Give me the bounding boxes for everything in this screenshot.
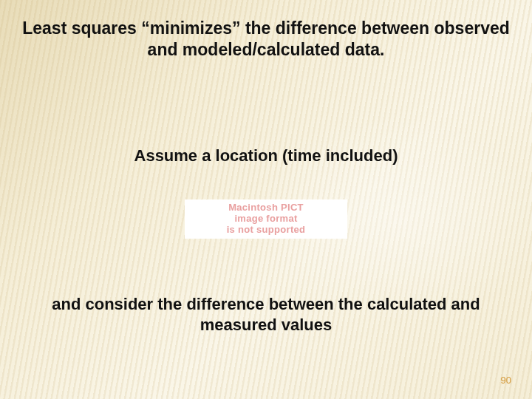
slide-heading: Least squares “minimizes” the difference… [15, 18, 517, 61]
slide-body-text: and consider the difference between the … [13, 294, 519, 335]
placeholder-line-3: is not supported [189, 225, 343, 236]
slide-container: Least squares “minimizes” the difference… [0, 0, 532, 399]
placeholder-line-1: Macintosh PICT [189, 202, 343, 214]
image-placeholder: Macintosh PICT image format is not suppo… [185, 200, 347, 239]
slide-subheading: Assume a location (time included) [15, 146, 517, 166]
page-number: 90 [501, 375, 511, 386]
placeholder-line-2: image format [189, 214, 343, 225]
